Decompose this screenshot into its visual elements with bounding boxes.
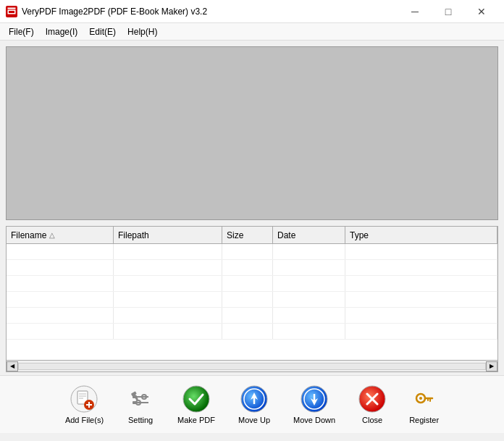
table-row[interactable] bbox=[7, 308, 497, 324]
app-title: VeryPDF Image2PDF (PDF E-Book Maker) v3.… bbox=[22, 7, 207, 17]
table-row[interactable] bbox=[7, 276, 497, 292]
toolbar: Add File(s) Setting bbox=[0, 375, 504, 433]
move-up-icon bbox=[240, 385, 268, 413]
make-pdf-button[interactable]: Make PDF bbox=[172, 382, 221, 427]
setting-button[interactable]: Setting bbox=[121, 382, 160, 427]
table-row[interactable] bbox=[7, 292, 497, 308]
menu-bar: File(F) Image(I) Edit(E) Help(H) bbox=[0, 23, 504, 41]
col-header-filepath[interactable]: Filepath bbox=[114, 227, 222, 243]
close-button[interactable]: Close bbox=[353, 382, 392, 427]
svg-rect-2 bbox=[9, 11, 14, 13]
horizontal-scrollbar[interactable]: ◀ ▶ bbox=[6, 361, 498, 372]
svg-point-19 bbox=[183, 386, 209, 412]
col-header-size[interactable]: Size bbox=[222, 227, 273, 243]
make-pdf-icon bbox=[182, 385, 210, 413]
table-row[interactable] bbox=[7, 324, 497, 340]
add-files-button[interactable]: Add File(s) bbox=[59, 382, 109, 427]
table-row[interactable] bbox=[7, 244, 497, 260]
window-controls: ─ □ ✕ bbox=[398, 0, 498, 23]
svg-point-32 bbox=[419, 397, 422, 400]
maximize-button[interactable]: □ bbox=[432, 0, 465, 23]
make-pdf-label: Make PDF bbox=[177, 416, 215, 424]
menu-image[interactable]: Image(I) bbox=[40, 25, 84, 38]
app-icon bbox=[6, 6, 17, 17]
move-up-label: Move Up bbox=[238, 416, 270, 424]
preview-area bbox=[6, 46, 498, 220]
scroll-track[interactable] bbox=[18, 363, 486, 370]
col-header-type[interactable]: Type bbox=[345, 227, 497, 243]
register-label: Register bbox=[409, 416, 439, 424]
title-bar: VeryPDF Image2PDF (PDF E-Book Maker) v3.… bbox=[0, 0, 504, 23]
file-list-header: Filename △ Filepath Size Date Type bbox=[7, 227, 497, 244]
move-down-label: Move Down bbox=[293, 416, 335, 424]
menu-file[interactable]: File(F) bbox=[3, 25, 40, 38]
move-down-icon bbox=[301, 385, 328, 413]
setting-icon bbox=[127, 385, 154, 413]
menu-edit[interactable]: Edit(E) bbox=[83, 25, 122, 38]
move-down-button[interactable]: Move Down bbox=[287, 382, 341, 427]
file-list-body[interactable] bbox=[7, 244, 497, 360]
col-header-date[interactable]: Date bbox=[273, 227, 345, 243]
move-up-button[interactable]: Move Up bbox=[232, 382, 276, 427]
file-list-container: Filename △ Filepath Size Date Type bbox=[6, 226, 498, 361]
register-button[interactable]: Register bbox=[403, 382, 445, 427]
add-files-label: Add File(s) bbox=[65, 416, 104, 424]
col-header-filename[interactable]: Filename △ bbox=[7, 227, 114, 243]
close-window-button[interactable]: ✕ bbox=[465, 0, 498, 23]
close-icon bbox=[358, 385, 386, 413]
table-row[interactable] bbox=[7, 260, 497, 276]
scroll-right-button[interactable]: ▶ bbox=[486, 361, 497, 371]
add-files-icon bbox=[70, 385, 98, 413]
menu-help[interactable]: Help(H) bbox=[122, 25, 163, 38]
minimize-button[interactable]: ─ bbox=[398, 0, 432, 23]
setting-label: Setting bbox=[128, 416, 153, 424]
close-label: Close bbox=[362, 416, 382, 424]
scroll-left-button[interactable]: ◀ bbox=[7, 361, 18, 371]
register-icon bbox=[411, 385, 438, 413]
